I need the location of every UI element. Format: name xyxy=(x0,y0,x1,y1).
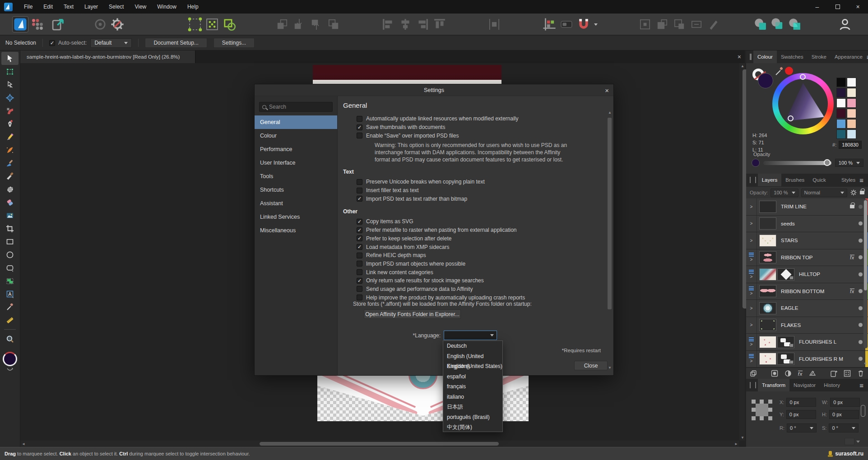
close-button[interactable]: × xyxy=(848,0,868,14)
layer-effects-icon[interactable]: fx xyxy=(798,371,803,377)
sidebar-item-colour[interactable]: Colour xyxy=(255,129,337,143)
fill-swatch[interactable] xyxy=(758,73,773,88)
layers-scroll-down-icon[interactable]: ▼ xyxy=(863,362,867,366)
visibility-dot-icon[interactable] xyxy=(859,255,863,259)
layer-row[interactable]: > TRIM LINE xyxy=(746,198,868,216)
hue-selector[interactable] xyxy=(800,74,806,80)
layer-name[interactable]: HILLTOP xyxy=(799,271,820,277)
expand-icon[interactable]: > xyxy=(750,322,753,327)
menu-edit[interactable]: Edit xyxy=(38,0,58,14)
move-tool[interactable] xyxy=(1,52,19,65)
swatch[interactable] xyxy=(836,98,846,108)
layer-expand[interactable]: > xyxy=(746,249,757,266)
expand-icon[interactable]: > xyxy=(750,274,753,279)
shear-input[interactable]: 0 ° xyxy=(829,423,859,432)
checkbox[interactable] xyxy=(357,227,362,233)
tab-stroke[interactable]: Stroke xyxy=(808,51,831,63)
tab-transform[interactable]: Transform xyxy=(758,379,789,391)
force-pixel-alignment-icon[interactable] xyxy=(559,17,574,32)
swatch[interactable] xyxy=(847,88,856,97)
place-image-tool[interactable] xyxy=(1,209,19,222)
layer-thumbnail[interactable] xyxy=(759,251,776,263)
menu-text[interactable]: Text xyxy=(58,0,79,14)
lock-icon[interactable] xyxy=(850,205,854,208)
expand-icon[interactable]: > xyxy=(750,359,753,363)
visibility-dot-icon[interactable] xyxy=(859,340,863,344)
sidebar-item-miscellaneous[interactable]: Miscellaneous xyxy=(255,224,337,237)
h-input[interactable]: 0 px xyxy=(829,410,859,419)
sidebar-item-shortcuts[interactable]: Shortcuts xyxy=(255,183,337,197)
transform-origin-button[interactable] xyxy=(845,438,854,445)
export-persona-button[interactable] xyxy=(51,17,66,32)
checkbox[interactable] xyxy=(357,278,362,284)
delete-layer-icon[interactable] xyxy=(857,370,864,377)
swatch[interactable] xyxy=(847,119,856,129)
duplicate-layer-icon[interactable] xyxy=(750,370,757,377)
sidebar-item-linked-services[interactable]: Linked Services xyxy=(255,210,337,224)
checkbox[interactable] xyxy=(357,196,362,202)
pixel-grid-icon[interactable] xyxy=(204,17,220,32)
snap-to-shape-icon[interactable] xyxy=(222,17,237,32)
auto-select-checkbox[interactable] xyxy=(49,40,55,46)
artboard-tool[interactable] xyxy=(1,65,19,78)
layer-name[interactable]: RIBBON BOTTOM xyxy=(781,289,824,294)
swatch[interactable] xyxy=(836,109,846,118)
swatch[interactable] xyxy=(847,129,856,139)
layers-scrollbar[interactable] xyxy=(863,199,868,348)
language-option-deutsch[interactable]: Deutsch xyxy=(443,341,502,351)
layer-name[interactable]: RIBBON TOP xyxy=(781,255,813,260)
maximize-button[interactable] xyxy=(827,0,848,14)
panel-menu-icon[interactable]: ≡ xyxy=(859,382,863,389)
shape-builder-tool[interactable] xyxy=(1,274,19,287)
tab-history[interactable]: History xyxy=(820,379,844,391)
menu-window[interactable]: Window xyxy=(152,0,182,14)
rectangle-tool[interactable] xyxy=(1,235,19,248)
horizontal-scrollbar[interactable]: ◄ ► xyxy=(20,441,739,447)
fx-icon[interactable]: fx xyxy=(850,255,854,260)
live-filter-icon[interactable] xyxy=(809,370,816,377)
dialog-scroll-thumb[interactable] xyxy=(608,118,612,309)
swatch[interactable] xyxy=(847,98,856,108)
tab-appearance[interactable]: Appearance xyxy=(831,51,867,63)
layer-mask-thumbnail[interactable] xyxy=(777,353,794,365)
add-pixel-layer-icon[interactable] xyxy=(844,370,851,377)
visibility-dot-icon[interactable] xyxy=(859,306,863,310)
picked-colour-swatch[interactable] xyxy=(785,67,793,75)
expand-icon[interactable]: > xyxy=(750,204,753,209)
layer-expand[interactable]: > xyxy=(746,300,757,317)
scroll-left-icon[interactable]: ◄ xyxy=(22,442,25,446)
minimize-button[interactable]: – xyxy=(807,0,827,14)
grid-dots-icon[interactable] xyxy=(187,17,203,32)
pixel-persona-button[interactable] xyxy=(30,17,45,32)
checkbox[interactable] xyxy=(357,179,362,185)
expand-icon[interactable]: > xyxy=(750,291,753,296)
zoom-tool[interactable] xyxy=(1,332,19,345)
knife-tool[interactable] xyxy=(1,170,19,183)
layer-expand[interactable]: > xyxy=(746,266,757,283)
layer-expand[interactable]: > xyxy=(746,283,757,300)
fill-stroke-selector[interactable] xyxy=(752,69,772,87)
visibility-dot-icon[interactable] xyxy=(859,323,863,327)
tab-quick-fx[interactable]: Quick FX xyxy=(808,174,837,186)
search-input[interactable]: Search xyxy=(259,102,333,112)
adjustment-layer-icon[interactable] xyxy=(784,370,792,377)
ellipse-tool[interactable] xyxy=(1,248,19,261)
layers-scroll-thumb[interactable] xyxy=(864,200,867,290)
visibility-dot-icon[interactable] xyxy=(859,289,863,293)
swatch[interactable] xyxy=(847,78,856,87)
dialog-scrollbar[interactable]: ▲ ▼ xyxy=(607,110,612,370)
dialog-close-button[interactable]: Close xyxy=(574,361,608,370)
boolean-add-icon[interactable] xyxy=(753,17,768,32)
pen-tool[interactable] xyxy=(1,117,19,130)
chevron-down-icon[interactable] xyxy=(856,441,860,443)
layer-row[interactable]: > FLOURISHES L xyxy=(746,334,868,351)
snapping-caret-icon[interactable] xyxy=(594,23,598,26)
add-layer-icon[interactable] xyxy=(830,370,837,377)
layer-thumbnail[interactable] xyxy=(759,319,776,331)
visibility-dot-icon[interactable] xyxy=(859,239,863,243)
visibility-dot-icon[interactable] xyxy=(859,205,863,209)
layer-mask-thumbnail[interactable] xyxy=(777,336,794,348)
paint-brush-tool[interactable] xyxy=(1,156,19,170)
layer-name[interactable]: FLAKES xyxy=(781,322,801,328)
visibility-dot-icon[interactable] xyxy=(859,272,863,276)
